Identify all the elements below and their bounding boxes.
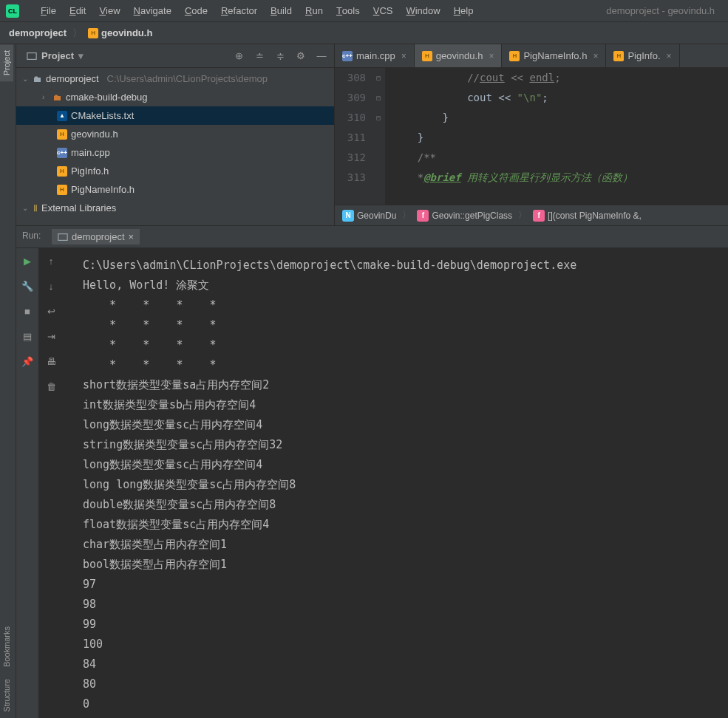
menu-refactor[interactable]: Refactor [214,0,264,22]
h-file-icon: H [509,51,520,61]
locate-icon[interactable]: ⊕ [232,49,245,63]
run-config-icon [58,232,68,242]
run-label: Run: [22,230,41,241]
console-output[interactable]: C:\Users\admin\CLionProjects\demoproject… [72,248,728,718]
tree-item-main-cpp[interactable]: c++main.cpp [16,143,334,162]
breadcrumb-project[interactable]: demoproject [6,26,69,40]
expand-all-icon[interactable]: ≐ [253,49,266,63]
trail-item[interactable]: f[](const PigNameInfo &, [533,210,642,222]
editor-tab-main-cpp[interactable]: c++main.cpp× [335,44,415,67]
scroll-end-icon[interactable]: ⇥ [44,329,58,343]
folder-icon: 🖿 [53,92,62,103]
close-icon[interactable]: × [667,51,672,61]
editor-tab-PigNameInfo-h[interactable]: HPigNameInfo.h× [502,44,606,67]
tree-item-cmake-build-debug[interactable]: ›🖿cmake-build-debug [16,88,334,106]
close-icon[interactable]: × [593,51,598,61]
chevron-down-icon: ⌄ [22,204,30,212]
settings-icon[interactable]: ⚙ [294,49,307,63]
window-title: demoproject - geovindu.h [606,5,722,16]
nav-trail: NGeovinDu〉fGeovin::getPigClass〉f[](const… [335,205,728,225]
tree-item-geovindu-h[interactable]: Hgeovindu.h [16,125,334,143]
libraries-icon: ⫴ [33,202,38,214]
menu-vcs[interactable]: VCS [367,0,400,22]
side-tab-project[interactable]: Project [0,44,13,81]
wrench-icon[interactable]: 🔧 [21,279,34,293]
menu-help[interactable]: Help [447,0,480,22]
h-file-icon: H [57,166,67,177]
close-icon[interactable]: × [401,51,406,61]
h-file-icon: H [613,51,624,61]
h-file-icon: H [57,185,67,195]
menu-build[interactable]: Build [264,0,299,22]
menu-tools[interactable]: Tools [330,0,367,22]
project-panel-title[interactable]: Project ▾ [22,49,88,63]
editor-panel: c++main.cpp×Hgeovindu.h×HPigNameInfo.h×H… [334,44,728,225]
close-icon[interactable]: × [129,231,135,242]
trail-item[interactable]: fGeovin::getPigClass [417,210,512,222]
h-file-icon: H [88,28,98,38]
menu-bar: CL FileEditViewNavigateCodeRefactorBuild… [0,0,728,22]
run-tool-window: Run: demoproject × ▶ 🔧 ■ ▤ 📌 ↑ ↓ ↩ ⇥ 🖶 🗑… [16,225,728,718]
rerun-icon[interactable]: ▶ [21,254,34,267]
chevron-right-icon: › [42,93,50,101]
breadcrumb-file[interactable]: H geovindu.h [85,26,155,40]
project-icon [27,51,37,61]
folder-icon: 🖿 [33,74,42,84]
run-header: Run: demoproject × [16,226,728,248]
down-arrow-icon[interactable]: ↓ [44,279,58,293]
tree-item-PigNameInfo-h[interactable]: HPigNameInfo.h [16,180,334,199]
print-icon[interactable]: 🖶 [44,355,58,368]
menu-file[interactable]: File [34,0,63,22]
code-content[interactable]: //cout << endl; cout << "\n"; } } /** *@… [385,68,728,205]
run-mid-toolbar: ↑ ↓ ↩ ⇥ 🖶 🗑 [38,248,64,718]
menu-code[interactable]: Code [178,0,214,22]
code-editor[interactable]: 308309310311312313 ⊟⊟⊟ //cout << endl; c… [335,68,728,205]
tree-item-PigInfo-h[interactable]: HPigInfo.h [16,162,334,180]
breadcrumb-separator: 〉 [72,27,82,40]
pin-icon[interactable]: 📌 [21,355,34,368]
project-tree: ⌄ 🖿 demoproject C:\Users\admin\CLionProj… [16,68,334,225]
h-file-icon: H [57,129,67,140]
breadcrumb-bar: demoproject 〉 H geovindu.h [0,22,728,44]
svg-rect-0 [27,52,36,59]
menu-edit[interactable]: Edit [63,0,92,22]
editor-tabs: c++main.cpp×Hgeovindu.h×HPigNameInfo.h×H… [335,44,728,68]
project-panel: Project ▾ ⊕ ≐ ≑ ⚙ — ⌄ 🖿 demoproject C:\U… [16,44,334,225]
gutter-marks: ⊟⊟⊟ [372,68,385,205]
close-icon[interactable]: × [489,51,494,61]
app-icon: CL [6,4,19,18]
side-tab-structure[interactable]: Structure [0,673,13,718]
soft-wrap-icon[interactable]: ↩ [44,304,58,318]
left-tool-strip: Project Bookmarks Structure [0,44,16,718]
run-tab[interactable]: demoproject × [52,229,140,245]
cpp-file-icon: c++ [57,148,67,158]
project-panel-header: Project ▾ ⊕ ≐ ≑ ⚙ — [16,44,334,68]
trail-badge-icon: f [533,210,545,222]
tree-external-libs[interactable]: ⌄ ⫴ External Libraries [16,199,334,217]
tree-item-CMakeLists-txt[interactable]: ▲CMakeLists.txt [16,106,334,125]
collapse-all-icon[interactable]: ≑ [273,49,287,63]
line-number-gutter: 308309310311312313 [335,68,372,205]
side-tab-bookmarks[interactable]: Bookmarks [0,620,13,673]
editor-tab-geovindu-h[interactable]: Hgeovindu.h× [415,44,503,67]
menu-view[interactable]: View [92,0,126,22]
hide-icon[interactable]: — [315,49,328,63]
menu-run[interactable]: Run [299,0,330,22]
tree-root[interactable]: ⌄ 🖿 demoproject C:\Users\admin\CLionProj… [16,69,334,88]
trash-icon[interactable]: 🗑 [44,380,58,393]
stop-icon[interactable]: ■ [21,304,34,318]
run-left-toolbar: ▶ 🔧 ■ ▤ 📌 [16,248,38,718]
h-file-icon: H [422,51,432,61]
svg-rect-1 [58,233,67,240]
cmake-file-icon: ▲ [57,111,67,121]
menu-navigate[interactable]: Navigate [127,0,178,22]
trail-badge-icon: f [417,210,429,222]
cpp-file-icon: c++ [342,51,353,61]
editor-tab-PigInfo-[interactable]: HPigInfo.× [606,44,679,67]
layout-icon[interactable]: ▤ [21,329,34,343]
trail-item[interactable]: NGeovinDu [342,210,396,222]
chevron-down-icon: ⌄ [22,75,30,83]
trail-badge-icon: N [342,210,354,222]
up-arrow-icon[interactable]: ↑ [44,254,58,267]
menu-window[interactable]: Window [399,0,446,22]
